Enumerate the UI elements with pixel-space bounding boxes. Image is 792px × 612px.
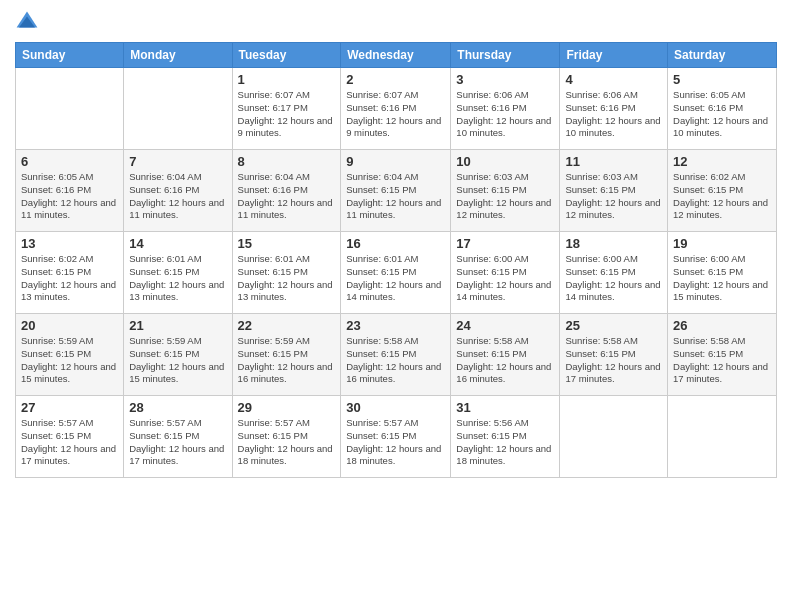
calendar-cell: 8Sunrise: 6:04 AM Sunset: 6:16 PM Daylig… (232, 150, 341, 232)
day-number: 13 (21, 236, 118, 251)
calendar-cell: 9Sunrise: 6:04 AM Sunset: 6:15 PM Daylig… (341, 150, 451, 232)
calendar-cell: 5Sunrise: 6:05 AM Sunset: 6:16 PM Daylig… (668, 68, 777, 150)
day-number: 27 (21, 400, 118, 415)
day-number: 15 (238, 236, 336, 251)
weekday-header-monday: Monday (124, 43, 232, 68)
day-number: 22 (238, 318, 336, 333)
day-info: Sunrise: 5:57 AM Sunset: 6:15 PM Dayligh… (129, 417, 226, 468)
calendar-cell: 2Sunrise: 6:07 AM Sunset: 6:16 PM Daylig… (341, 68, 451, 150)
day-info: Sunrise: 6:04 AM Sunset: 6:16 PM Dayligh… (238, 171, 336, 222)
day-number: 10 (456, 154, 554, 169)
calendar-cell: 19Sunrise: 6:00 AM Sunset: 6:15 PM Dayli… (668, 232, 777, 314)
day-number: 11 (565, 154, 662, 169)
calendar-cell: 20Sunrise: 5:59 AM Sunset: 6:15 PM Dayli… (16, 314, 124, 396)
day-info: Sunrise: 6:01 AM Sunset: 6:15 PM Dayligh… (238, 253, 336, 304)
weekday-header-sunday: Sunday (16, 43, 124, 68)
day-info: Sunrise: 6:04 AM Sunset: 6:15 PM Dayligh… (346, 171, 445, 222)
calendar-cell: 6Sunrise: 6:05 AM Sunset: 6:16 PM Daylig… (16, 150, 124, 232)
day-info: Sunrise: 6:03 AM Sunset: 6:15 PM Dayligh… (456, 171, 554, 222)
calendar-cell: 21Sunrise: 5:59 AM Sunset: 6:15 PM Dayli… (124, 314, 232, 396)
calendar-cell: 3Sunrise: 6:06 AM Sunset: 6:16 PM Daylig… (451, 68, 560, 150)
calendar: SundayMondayTuesdayWednesdayThursdayFrid… (15, 42, 777, 478)
day-info: Sunrise: 5:57 AM Sunset: 6:15 PM Dayligh… (346, 417, 445, 468)
day-number: 25 (565, 318, 662, 333)
weekday-header-tuesday: Tuesday (232, 43, 341, 68)
calendar-cell: 13Sunrise: 6:02 AM Sunset: 6:15 PM Dayli… (16, 232, 124, 314)
day-number: 4 (565, 72, 662, 87)
week-row-4: 20Sunrise: 5:59 AM Sunset: 6:15 PM Dayli… (16, 314, 777, 396)
calendar-cell: 15Sunrise: 6:01 AM Sunset: 6:15 PM Dayli… (232, 232, 341, 314)
day-info: Sunrise: 6:05 AM Sunset: 6:16 PM Dayligh… (21, 171, 118, 222)
day-number: 21 (129, 318, 226, 333)
day-info: Sunrise: 5:58 AM Sunset: 6:15 PM Dayligh… (346, 335, 445, 386)
calendar-cell: 28Sunrise: 5:57 AM Sunset: 6:15 PM Dayli… (124, 396, 232, 478)
day-number: 12 (673, 154, 771, 169)
calendar-cell (16, 68, 124, 150)
calendar-cell (668, 396, 777, 478)
calendar-cell: 25Sunrise: 5:58 AM Sunset: 6:15 PM Dayli… (560, 314, 668, 396)
day-info: Sunrise: 5:59 AM Sunset: 6:15 PM Dayligh… (129, 335, 226, 386)
calendar-cell: 27Sunrise: 5:57 AM Sunset: 6:15 PM Dayli… (16, 396, 124, 478)
day-number: 30 (346, 400, 445, 415)
day-info: Sunrise: 5:59 AM Sunset: 6:15 PM Dayligh… (238, 335, 336, 386)
day-info: Sunrise: 5:57 AM Sunset: 6:15 PM Dayligh… (238, 417, 336, 468)
day-info: Sunrise: 6:07 AM Sunset: 6:17 PM Dayligh… (238, 89, 336, 140)
day-number: 17 (456, 236, 554, 251)
day-number: 23 (346, 318, 445, 333)
calendar-cell (560, 396, 668, 478)
day-info: Sunrise: 5:58 AM Sunset: 6:15 PM Dayligh… (456, 335, 554, 386)
day-number: 7 (129, 154, 226, 169)
day-number: 2 (346, 72, 445, 87)
day-info: Sunrise: 6:02 AM Sunset: 6:15 PM Dayligh… (673, 171, 771, 222)
calendar-cell: 30Sunrise: 5:57 AM Sunset: 6:15 PM Dayli… (341, 396, 451, 478)
day-number: 16 (346, 236, 445, 251)
day-number: 19 (673, 236, 771, 251)
day-info: Sunrise: 6:05 AM Sunset: 6:16 PM Dayligh… (673, 89, 771, 140)
day-info: Sunrise: 5:57 AM Sunset: 6:15 PM Dayligh… (21, 417, 118, 468)
calendar-cell: 14Sunrise: 6:01 AM Sunset: 6:15 PM Dayli… (124, 232, 232, 314)
week-row-3: 13Sunrise: 6:02 AM Sunset: 6:15 PM Dayli… (16, 232, 777, 314)
weekday-header-saturday: Saturday (668, 43, 777, 68)
calendar-cell: 12Sunrise: 6:02 AM Sunset: 6:15 PM Dayli… (668, 150, 777, 232)
week-row-1: 1Sunrise: 6:07 AM Sunset: 6:17 PM Daylig… (16, 68, 777, 150)
weekday-header-wednesday: Wednesday (341, 43, 451, 68)
day-info: Sunrise: 6:01 AM Sunset: 6:15 PM Dayligh… (129, 253, 226, 304)
calendar-cell: 10Sunrise: 6:03 AM Sunset: 6:15 PM Dayli… (451, 150, 560, 232)
logo-icon (15, 10, 39, 34)
calendar-cell: 1Sunrise: 6:07 AM Sunset: 6:17 PM Daylig… (232, 68, 341, 150)
calendar-cell: 26Sunrise: 5:58 AM Sunset: 6:15 PM Dayli… (668, 314, 777, 396)
logo (15, 10, 43, 34)
day-info: Sunrise: 5:58 AM Sunset: 6:15 PM Dayligh… (673, 335, 771, 386)
day-number: 29 (238, 400, 336, 415)
day-number: 5 (673, 72, 771, 87)
day-number: 3 (456, 72, 554, 87)
weekday-header-friday: Friday (560, 43, 668, 68)
day-info: Sunrise: 6:07 AM Sunset: 6:16 PM Dayligh… (346, 89, 445, 140)
day-info: Sunrise: 6:06 AM Sunset: 6:16 PM Dayligh… (456, 89, 554, 140)
weekday-header-thursday: Thursday (451, 43, 560, 68)
weekday-header-row: SundayMondayTuesdayWednesdayThursdayFrid… (16, 43, 777, 68)
day-info: Sunrise: 6:00 AM Sunset: 6:15 PM Dayligh… (456, 253, 554, 304)
day-info: Sunrise: 6:02 AM Sunset: 6:15 PM Dayligh… (21, 253, 118, 304)
day-number: 1 (238, 72, 336, 87)
day-info: Sunrise: 6:01 AM Sunset: 6:15 PM Dayligh… (346, 253, 445, 304)
calendar-cell: 22Sunrise: 5:59 AM Sunset: 6:15 PM Dayli… (232, 314, 341, 396)
day-number: 9 (346, 154, 445, 169)
day-number: 20 (21, 318, 118, 333)
day-info: Sunrise: 6:06 AM Sunset: 6:16 PM Dayligh… (565, 89, 662, 140)
page: SundayMondayTuesdayWednesdayThursdayFrid… (0, 0, 792, 612)
day-number: 26 (673, 318, 771, 333)
day-info: Sunrise: 5:58 AM Sunset: 6:15 PM Dayligh… (565, 335, 662, 386)
day-number: 14 (129, 236, 226, 251)
day-info: Sunrise: 6:00 AM Sunset: 6:15 PM Dayligh… (565, 253, 662, 304)
calendar-cell: 31Sunrise: 5:56 AM Sunset: 6:15 PM Dayli… (451, 396, 560, 478)
day-info: Sunrise: 6:03 AM Sunset: 6:15 PM Dayligh… (565, 171, 662, 222)
calendar-cell: 4Sunrise: 6:06 AM Sunset: 6:16 PM Daylig… (560, 68, 668, 150)
calendar-cell: 29Sunrise: 5:57 AM Sunset: 6:15 PM Dayli… (232, 396, 341, 478)
day-number: 8 (238, 154, 336, 169)
day-info: Sunrise: 5:56 AM Sunset: 6:15 PM Dayligh… (456, 417, 554, 468)
day-info: Sunrise: 5:59 AM Sunset: 6:15 PM Dayligh… (21, 335, 118, 386)
calendar-cell (124, 68, 232, 150)
week-row-5: 27Sunrise: 5:57 AM Sunset: 6:15 PM Dayli… (16, 396, 777, 478)
calendar-cell: 11Sunrise: 6:03 AM Sunset: 6:15 PM Dayli… (560, 150, 668, 232)
